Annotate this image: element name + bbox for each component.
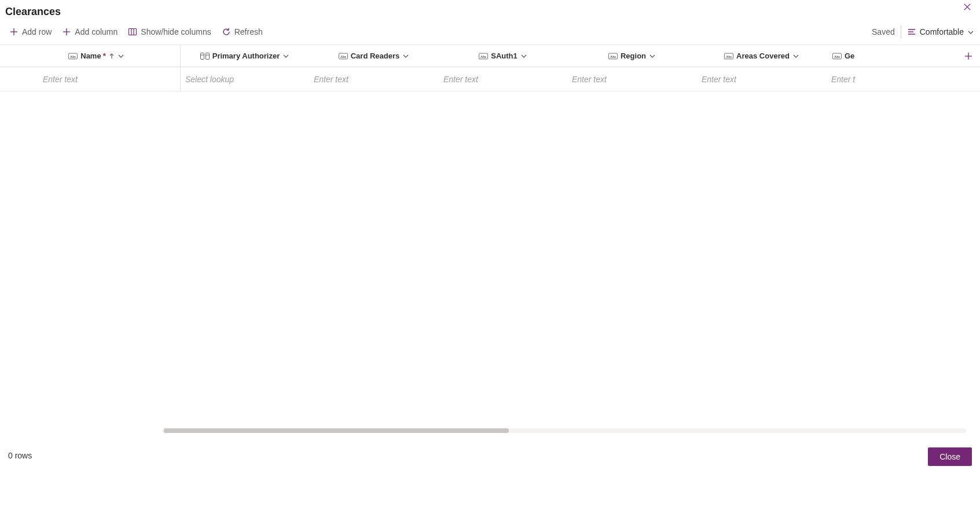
cell-primary-authorizer-input[interactable]: Select lookup xyxy=(181,67,309,91)
horizontal-scrollbar-track[interactable] xyxy=(162,428,966,433)
add-column-icon-button[interactable] xyxy=(960,45,977,67)
svg-text:Abc: Abc xyxy=(610,54,616,58)
add-column-label: Add column xyxy=(75,27,118,36)
lookup-type-icon xyxy=(200,53,210,60)
column-header-card-readers[interactable]: Abc Card Readers xyxy=(309,45,439,67)
column-card-readers-label: Card Readers xyxy=(351,52,400,60)
density-selector[interactable]: Comfortable xyxy=(907,27,974,36)
add-row-button[interactable]: Add row xyxy=(8,25,53,39)
text-type-icon: Abc xyxy=(832,53,842,60)
svg-text:Abc: Abc xyxy=(70,54,76,58)
column-region-label: Region xyxy=(621,52,646,60)
close-button[interactable]: Close xyxy=(928,447,972,466)
toolbar-divider xyxy=(901,25,901,38)
chevron-down-icon xyxy=(118,53,124,60)
footer: 0 rows Close xyxy=(0,440,980,525)
toolbar: Add row Add column Show/hide columns Ref… xyxy=(0,21,980,45)
svg-rect-15 xyxy=(200,53,204,59)
column-primary-authorizer-label: Primary Authorizer xyxy=(212,52,280,60)
refresh-button[interactable]: Refresh xyxy=(221,25,264,39)
column-header-primary-authorizer[interactable]: Primary Authorizer xyxy=(181,45,309,67)
add-row-label: Add row xyxy=(22,27,52,36)
chevron-down-icon xyxy=(967,28,974,35)
columns-icon xyxy=(128,27,137,36)
text-type-icon: Abc xyxy=(68,53,78,60)
cell-region-input[interactable]: Enter text xyxy=(567,67,697,91)
saved-status: Saved xyxy=(872,27,895,36)
show-hide-columns-button[interactable]: Show/hide columns xyxy=(127,25,212,39)
column-header-sauth1[interactable]: Abc SAuth1 xyxy=(439,45,567,67)
plus-icon xyxy=(9,27,19,36)
column-header-ge[interactable]: Abc Ge xyxy=(827,45,854,67)
new-row: Enter text Select lookup Enter text Ente… xyxy=(0,67,980,91)
column-header-areas-covered[interactable]: Abc Areas Covered xyxy=(697,45,827,67)
required-indicator: * xyxy=(103,52,106,60)
chevron-down-icon xyxy=(282,53,289,60)
cell-name-input[interactable]: Enter text xyxy=(13,67,181,91)
sort-ascending-icon xyxy=(109,53,115,59)
column-name-label: Name xyxy=(80,52,101,60)
page-title: Clearances xyxy=(5,6,61,18)
plus-icon xyxy=(62,27,71,36)
svg-rect-16 xyxy=(205,53,209,59)
svg-text:Abc: Abc xyxy=(480,54,487,58)
cell-card-readers-input[interactable]: Enter text xyxy=(309,67,439,91)
text-type-icon: Abc xyxy=(608,53,618,60)
text-type-icon: Abc xyxy=(724,53,733,60)
cell-ge-input[interactable]: Enter t xyxy=(827,67,866,91)
refresh-icon xyxy=(222,27,231,36)
column-ge-label: Ge xyxy=(845,52,854,60)
chevron-down-icon xyxy=(649,53,656,60)
cell-areas-covered-input[interactable]: Enter text xyxy=(697,67,827,91)
cell-sauth1-input[interactable]: Enter text xyxy=(439,67,567,91)
show-hide-columns-label: Show/hide columns xyxy=(141,27,211,36)
column-header-region[interactable]: Abc Region xyxy=(567,45,697,67)
close-icon[interactable] xyxy=(961,1,973,13)
svg-rect-6 xyxy=(129,28,137,35)
text-type-icon: Abc xyxy=(479,53,488,60)
chevron-down-icon xyxy=(402,53,409,60)
add-column-button[interactable]: Add column xyxy=(61,25,119,39)
density-label: Comfortable xyxy=(920,27,964,36)
grid-header: Abc Name * Primary Authorizer Abc Card R… xyxy=(0,45,980,67)
column-areas-covered-label: Areas Covered xyxy=(736,52,790,60)
chevron-down-icon xyxy=(792,53,799,60)
text-type-icon: Abc xyxy=(339,53,348,60)
svg-text:Abc: Abc xyxy=(834,54,840,58)
svg-text:Abc: Abc xyxy=(340,54,346,58)
svg-text:Abc: Abc xyxy=(726,54,732,58)
density-icon xyxy=(907,27,916,36)
column-sauth1-label: SAuth1 xyxy=(491,52,517,60)
horizontal-scrollbar-thumb[interactable] xyxy=(164,428,509,433)
refresh-label: Refresh xyxy=(234,27,263,36)
chevron-down-icon xyxy=(520,53,527,60)
row-count: 0 rows xyxy=(8,451,32,460)
column-header-name[interactable]: Abc Name * xyxy=(13,45,181,67)
